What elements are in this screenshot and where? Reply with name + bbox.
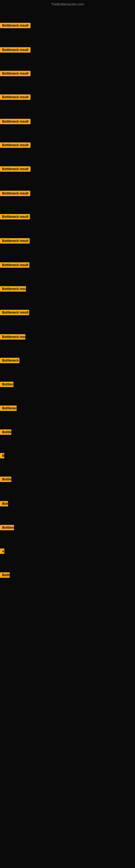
bottleneck-result-item-16: Bottlen [0, 382, 13, 388]
bottleneck-result-item-10: Bottleneck result [0, 238, 30, 245]
bottleneck-badge-17: Bottleneck [0, 405, 17, 411]
bottleneck-result-item-13: Bottleneck result [0, 310, 29, 316]
bottleneck-badge-2: Bottleneck result [0, 47, 31, 53]
bottleneck-badge-1: Bottleneck result [0, 23, 31, 28]
bottleneck-badge-15: Bottleneck r [0, 358, 19, 363]
bottleneck-result-item-19: B [0, 453, 4, 460]
bottleneck-badge-4: Bottleneck result [0, 94, 31, 100]
bottleneck-badge-21: Bott [0, 501, 8, 506]
bottleneck-result-item-15: Bottleneck r [0, 358, 19, 364]
bottleneck-badge-23: s [0, 549, 4, 554]
bottleneck-result-item-9: Bottleneck result [0, 214, 30, 220]
bottleneck-result-item-11: Bottleneck result [0, 262, 30, 269]
bottleneck-badge-8: Bottleneck result [0, 191, 30, 196]
bottleneck-result-item-20: Bottle [0, 476, 11, 483]
bottleneck-badge-7: Bottleneck result [0, 166, 31, 172]
bottleneck-result-item-5: Bottleneck result [0, 119, 31, 125]
bottleneck-result-item-22: Bottlens [0, 525, 14, 531]
bottleneck-badge-3: Bottleneck result [0, 71, 31, 76]
bottleneck-result-item-8: Bottleneck result [0, 191, 30, 197]
bottleneck-result-item-12: Bottleneck resu [0, 286, 26, 293]
bottleneck-result-item-17: Bottleneck [0, 405, 17, 412]
bottleneck-result-item-24: Bottl [0, 572, 10, 579]
bottleneck-badge-19: B [0, 453, 4, 458]
bottleneck-badge-9: Bottleneck result [0, 214, 30, 219]
bottleneck-badge-22: Bottlens [0, 525, 14, 530]
bottleneck-result-item-6: Bottleneck result [0, 143, 31, 149]
bottleneck-result-item-1: Bottleneck result [0, 23, 31, 29]
bottleneck-badge-18: Bottle [0, 429, 11, 435]
bottleneck-result-item-7: Bottleneck result [0, 166, 31, 173]
bottleneck-result-item-14: Bottleneck resu [0, 334, 26, 341]
bottleneck-badge-11: Bottleneck result [0, 262, 30, 268]
site-title: TheBottlenecker.com [0, 0, 135, 7]
bottleneck-badge-6: Bottleneck result [0, 143, 31, 148]
bottleneck-badge-5: Bottleneck result [0, 119, 31, 124]
bottleneck-result-item-23: s [0, 549, 4, 555]
bottleneck-result-item-4: Bottleneck result [0, 94, 31, 101]
bottleneck-result-item-18: Bottle [0, 429, 11, 436]
bottleneck-result-item-2: Bottleneck result [0, 47, 31, 54]
bottleneck-badge-12: Bottleneck resu [0, 286, 26, 291]
bottleneck-badge-24: Bottl [0, 572, 10, 578]
bottleneck-badge-14: Bottleneck resu [0, 334, 26, 340]
bottleneck-result-item-3: Bottleneck result [0, 71, 31, 77]
bottleneck-badge-20: Bottle [0, 476, 11, 482]
bottleneck-result-item-21: Bott [0, 501, 8, 507]
bottleneck-badge-10: Bottleneck result [0, 238, 30, 244]
bottleneck-badge-16: Bottlen [0, 382, 13, 387]
bottleneck-badge-13: Bottleneck result [0, 310, 29, 315]
